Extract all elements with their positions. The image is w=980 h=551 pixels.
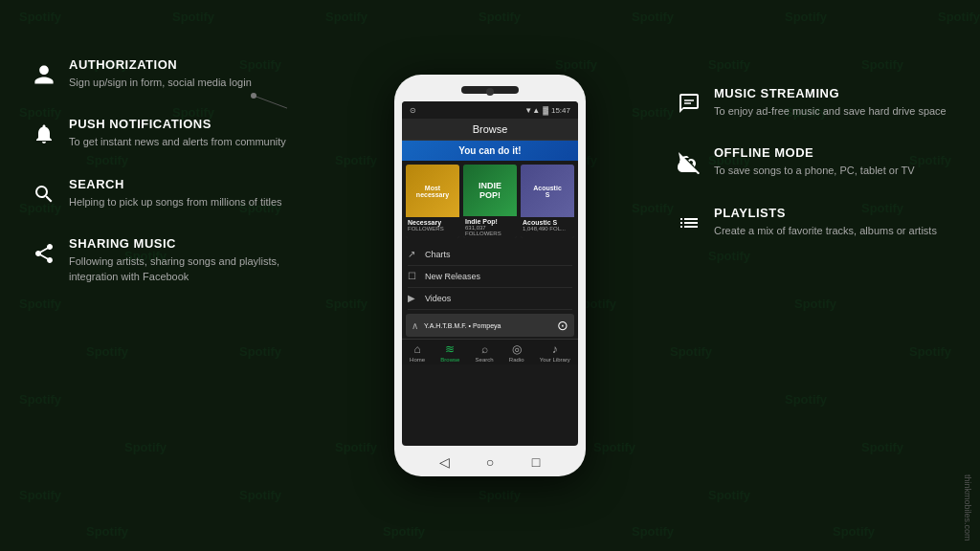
playlists-desc: Create a mix of favorite tracks, albums … bbox=[714, 224, 937, 238]
videos-label: Videos bbox=[425, 294, 451, 303]
streaming-icon bbox=[674, 88, 704, 119]
nav-browse[interactable]: ≋ Browse bbox=[440, 342, 459, 363]
push-notifications-desc: To get instant news and alerts from comm… bbox=[69, 135, 286, 149]
albums-row: Mostnecessary Necessary FOLLOWERS INDIEP… bbox=[402, 161, 578, 242]
videos-icon: ▶ bbox=[408, 293, 419, 304]
menu-new-releases[interactable]: ☐ New Releases bbox=[408, 266, 572, 288]
album-necessary[interactable]: Mostnecessary Necessary FOLLOWERS bbox=[406, 165, 459, 238]
back-button[interactable]: ◁ bbox=[435, 453, 453, 471]
hero-banner: You can do it! bbox=[402, 141, 578, 161]
offline-mode-desc: To save songs to a phone, PC, tablet or … bbox=[714, 164, 915, 178]
playlist-icon bbox=[674, 208, 704, 238]
home-icon: ⌂ bbox=[413, 342, 420, 356]
home-button[interactable]: ○ bbox=[481, 453, 499, 471]
phone-hardware-nav: ◁ ○ □ bbox=[402, 453, 578, 471]
phone-camera bbox=[486, 88, 494, 96]
album-cover-indie: INDIEPOP! bbox=[463, 165, 517, 216]
status-left: ⊙ bbox=[410, 106, 416, 115]
nav-home[interactable]: ⌂ Home bbox=[410, 342, 425, 363]
feature-authorization: AUTHORIZATION Sign up/sign in form, soci… bbox=[29, 57, 297, 90]
expand-icon: ∧ bbox=[412, 320, 418, 331]
phone-device: ⊙ ▼▲ ▓ 15:47 Browse You can do it! Mostn… bbox=[394, 75, 586, 476]
charts-label: Charts bbox=[425, 250, 451, 259]
browse-label: Browse bbox=[440, 357, 459, 363]
hero-text: You can do it! bbox=[458, 145, 521, 156]
app-header: Browse bbox=[402, 119, 578, 141]
authorization-title: AUTHORIZATION bbox=[69, 57, 252, 72]
bell-icon bbox=[29, 119, 59, 149]
bottom-navigation: ⌂ Home ≋ Browse ⌕ Search ◎ Radio ♪ You bbox=[402, 339, 578, 364]
home-label: Home bbox=[410, 357, 425, 363]
recents-button[interactable]: □ bbox=[527, 453, 545, 471]
search-title: SEARCH bbox=[69, 177, 282, 191]
album-name-necessary: Necessary bbox=[408, 219, 457, 226]
menu-items: ↗ Charts ☐ New Releases ▶ Videos bbox=[402, 242, 578, 312]
authorization-desc: Sign up/sign in form, social media login bbox=[69, 76, 252, 90]
menu-videos[interactable]: ▶ Videos bbox=[408, 288, 572, 310]
new-releases-label: New Releases bbox=[425, 272, 480, 281]
browse-icon: ≋ bbox=[445, 342, 455, 356]
music-streaming-desc: To enjoy ad-free music and save hard dri… bbox=[714, 104, 947, 119]
status-bar: ⊙ ▼▲ ▓ 15:47 bbox=[402, 101, 578, 119]
search-label: Search bbox=[476, 357, 494, 363]
now-playing-text: Y.A.H.T.B.M.F. • Pompeya bbox=[424, 322, 551, 329]
album-acoustic[interactable]: AcousticS Acoustic S 1,048,490 FOL... bbox=[521, 165, 574, 238]
feature-offline-mode: OFFLINE MODE To save songs to a phone, P… bbox=[674, 145, 951, 178]
playlists-title: PLAYLISTS bbox=[714, 206, 937, 220]
feature-music-streaming: MUSIC STREAMING To enjoy ad-free music a… bbox=[674, 86, 951, 119]
album-name-acoustic: Acoustic S bbox=[523, 219, 572, 226]
sharing-music-desc: Following artists, sharing songs and pla… bbox=[69, 254, 297, 284]
radio-label: Radio bbox=[509, 357, 524, 363]
nav-search[interactable]: ⌕ Search bbox=[476, 342, 494, 363]
play-button-icon[interactable]: ⊙ bbox=[557, 318, 568, 333]
push-notifications-title: PUSH NOTIFICATIONS bbox=[69, 117, 286, 131]
watermark: thinkmobiles.com bbox=[963, 474, 972, 541]
header-title: Browse bbox=[473, 123, 508, 135]
phone-body: ⊙ ▼▲ ▓ 15:47 Browse You can do it! Mostn… bbox=[394, 75, 586, 476]
search-desc: Helping to pick up songs from millions o… bbox=[69, 195, 282, 209]
share-icon bbox=[29, 238, 59, 269]
features-right-panel: MUSIC STREAMING To enjoy ad-free music a… bbox=[674, 86, 951, 265]
album-name-indie: Indie Pop! bbox=[465, 218, 515, 225]
album-indie[interactable]: INDIEPOP! Indie Pop! 631,037 FOLLOWERS bbox=[463, 165, 517, 238]
album-followers-necessary: FOLLOWERS bbox=[408, 226, 457, 231]
battery-icon: ▓ bbox=[543, 106, 548, 115]
phone-screen: ⊙ ▼▲ ▓ 15:47 Browse You can do it! Mostn… bbox=[402, 101, 578, 446]
search-icon bbox=[29, 179, 59, 209]
library-icon: ♪ bbox=[552, 342, 558, 356]
menu-charts[interactable]: ↗ Charts bbox=[408, 244, 572, 266]
album-followers-indie: 631,037 FOLLOWERS bbox=[465, 225, 515, 236]
album-followers-acoustic: 1,048,490 FOL... bbox=[523, 226, 572, 231]
offline-icon bbox=[674, 147, 704, 178]
album-cover-acoustic: AcousticS bbox=[521, 165, 574, 217]
nav-radio[interactable]: ◎ Radio bbox=[509, 342, 524, 363]
nav-library[interactable]: ♪ Your Library bbox=[540, 342, 570, 363]
feature-playlists: PLAYLISTS Create a mix of favorite track… bbox=[674, 206, 951, 238]
feature-search: SEARCH Helping to pick up songs from mil… bbox=[29, 177, 297, 209]
time: 15:47 bbox=[551, 106, 570, 115]
offline-mode-title: OFFLINE MODE bbox=[714, 145, 915, 160]
charts-icon: ↗ bbox=[408, 249, 419, 260]
album-cover-necessary: Mostnecessary bbox=[406, 165, 459, 217]
radio-icon: ◎ bbox=[512, 342, 522, 356]
feature-sharing-music: SHARING MUSIC Following artists, sharing… bbox=[29, 236, 297, 284]
signal-icon: ▼▲ bbox=[524, 106, 540, 115]
features-left-panel: AUTHORIZATION Sign up/sign in form, soci… bbox=[29, 57, 297, 311]
feature-push-notifications: PUSH NOTIFICATIONS To get instant news a… bbox=[29, 117, 297, 149]
search-nav-icon: ⌕ bbox=[481, 342, 488, 356]
person-icon bbox=[29, 59, 59, 90]
library-label: Your Library bbox=[540, 357, 570, 363]
sharing-music-title: SHARING MUSIC bbox=[69, 236, 297, 251]
now-playing-bar[interactable]: ∧ Y.A.H.T.B.M.F. • Pompeya ⊙ bbox=[406, 314, 574, 337]
new-releases-icon: ☐ bbox=[408, 271, 419, 282]
music-streaming-title: MUSIC STREAMING bbox=[714, 86, 947, 100]
